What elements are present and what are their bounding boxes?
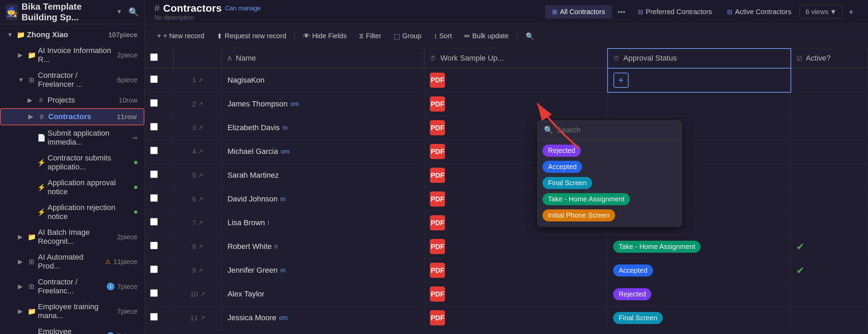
pdf-icon[interactable]: PDF: [430, 239, 445, 254]
pdf-icon[interactable]: PDF: [430, 168, 445, 183]
search-button[interactable]: 🔍: [520, 29, 540, 44]
pdf-icon[interactable]: PDF: [430, 263, 445, 278]
sidebar-item-ai-batch[interactable]: ▶ 📁 AI Batch Image Recognit... 2piece: [0, 225, 144, 249]
pdf-icon[interactable]: PDF: [430, 73, 445, 88]
pdf-icon[interactable]: PDF: [430, 191, 445, 207]
sidebar-item-ai-invoice[interactable]: ▶ 📁 AI Invoice Information R... 2piece: [0, 43, 144, 67]
expand-icon-ai-batch: ▶: [18, 233, 25, 241]
sidebar-item-submit-app[interactable]: 📄 Submit application immedia... ⇒: [0, 125, 144, 150]
row-expand-btn[interactable]: ↗: [198, 219, 203, 227]
row-expand-btn[interactable]: ↗: [198, 148, 203, 155]
row-checkbox[interactable]: [150, 265, 158, 273]
row-expand-btn[interactable]: ↗: [198, 243, 203, 250]
row-checkbox[interactable]: [150, 218, 158, 226]
row-expand-btn[interactable]: ↗: [198, 124, 203, 132]
row-checkbox[interactable]: [150, 242, 158, 249]
pdf-icon[interactable]: PDF: [430, 215, 445, 230]
sidebar-item-projects[interactable]: ▶ # Projects 10row: [0, 92, 144, 108]
sidebar-item-app-approval[interactable]: ⚡ Application approval notice: [0, 175, 144, 200]
can-manage-badge[interactable]: Can manage: [225, 5, 261, 12]
row-checkbox[interactable]: [150, 123, 158, 131]
top-search-icon[interactable]: 🔍: [128, 7, 139, 17]
row-checkbox[interactable]: [150, 170, 158, 178]
active-col-icon: ☑: [797, 55, 802, 62]
sidebar-item-contractor-freelanc2[interactable]: ▶ ⊞ Contractor / Freelanc... i 7piece: [0, 274, 144, 299]
row-name: Jessica Moore: [227, 313, 276, 322]
tab-more-btn[interactable]: •••: [613, 5, 630, 19]
row-approval-cell[interactable]: Take - Home Assignment: [608, 235, 791, 259]
row-active-cell: ✔: [791, 259, 868, 282]
sidebar-count-ai-batch: 2piece: [117, 233, 137, 241]
tab-all-contractors[interactable]: ⊞ All Contractors: [545, 5, 612, 19]
row-expand-btn[interactable]: ↗: [200, 290, 205, 298]
tab-preferred-contractors[interactable]: ⊟ Preferred Contractors: [631, 5, 719, 19]
row-checkbox[interactable]: [150, 147, 158, 154]
dropdown-option-rejected[interactable]: Rejected: [542, 145, 581, 157]
sidebar-label-et: Employee training mana...: [38, 302, 114, 320]
pdf-icon[interactable]: PDF: [430, 144, 445, 159]
share-icon-submit: ⇒: [132, 134, 137, 142]
row-expand-btn[interactable]: ↗: [198, 76, 203, 84]
dropdown-option-final-screen[interactable]: Final Screen: [542, 177, 592, 189]
sidebar-item-zhong-xiao[interactable]: ▼ 📁 Zhong Xiao 107piece: [0, 27, 144, 43]
row-checkbox[interactable]: [150, 313, 158, 321]
row-approval-cell[interactable]: Accepted: [608, 259, 791, 282]
dropdown-option-accepted[interactable]: Accepted: [542, 161, 582, 173]
eye-icon: 👁: [303, 32, 310, 40]
sidebar-item-employee-schedulin[interactable]: ▶ ⊞ Employee Schedulin... i 7piece: [0, 324, 144, 334]
row-approval-cell[interactable]: Final Screen: [608, 306, 791, 330]
row-name-link[interactable]: m: [280, 196, 286, 203]
row-name-link[interactable]: om: [279, 314, 288, 322]
row-checkbox[interactable]: [150, 75, 158, 83]
sidebar-item-ai-automated[interactable]: ▶ ⊞ AI Automated Prod... ⚠ 11piece: [0, 249, 144, 274]
col-header-active-label: Active?: [806, 54, 830, 62]
dropdown-option-initial-phone[interactable]: Initial Phone Screen: [542, 209, 615, 221]
row-approval-cell[interactable]: Rejected: [608, 282, 791, 306]
row-expand-btn[interactable]: ↗: [198, 195, 203, 203]
row-name-link[interactable]: m: [282, 124, 288, 132]
request-record-button[interactable]: ⬆ Request new record: [211, 29, 292, 44]
dropdown-option-take-home[interactable]: Take - Home Assignment: [542, 193, 630, 205]
table-row: 8 ↗ Robert White n PDFTake - Home Assign…: [145, 235, 868, 259]
select-all-checkbox[interactable]: [150, 53, 158, 61]
group-button[interactable]: ⬚ Group: [388, 29, 427, 44]
pdf-icon[interactable]: PDF: [430, 120, 445, 135]
app-title-chevron[interactable]: ▼: [116, 8, 122, 15]
row-approval-cell[interactable]: +: [608, 68, 791, 92]
row-expand-btn[interactable]: ↗: [198, 171, 203, 179]
new-record-button[interactable]: + + New record: [152, 29, 210, 43]
row-name-link[interactable]: l: [268, 219, 269, 227]
views-count-button[interactable]: 6 views ▼: [799, 5, 843, 19]
hide-fields-button[interactable]: 👁 Hide Fields: [298, 29, 352, 43]
sidebar-item-contractor-freelancer[interactable]: ▼ ⊞ Contractor / Freelancer ... 6piece: [0, 67, 144, 92]
row-number: 2: [192, 100, 196, 108]
row-name-link[interactable]: m: [280, 267, 286, 274]
add-status-button[interactable]: +: [613, 73, 629, 88]
dropdown-search-input[interactable]: [557, 126, 675, 135]
sidebar-item-app-rejection[interactable]: ⚡ Application rejection notice: [0, 200, 144, 225]
row-expand-btn[interactable]: ↗: [198, 267, 203, 274]
bolt-icon-aa: ⚡: [37, 183, 45, 191]
pdf-icon[interactable]: PDF: [430, 96, 445, 112]
row-approval-cell[interactable]: [608, 92, 791, 116]
sidebar-item-contractors[interactable]: ▶ # Contractors 11row: [0, 108, 144, 125]
sort-button[interactable]: ↕ Sort: [428, 29, 457, 43]
row-name-link[interactable]: om: [290, 101, 299, 108]
row-name-link[interactable]: n: [275, 243, 278, 250]
sidebar-item-contractor-submits[interactable]: ⚡ Contractor submits applicatio...: [0, 150, 144, 175]
row-checkbox[interactable]: [150, 194, 158, 202]
row-expand-btn[interactable]: ↗: [200, 314, 205, 322]
row-checkbox-cell: [145, 282, 174, 306]
add-view-button[interactable]: +: [844, 4, 858, 20]
tab-active-contractors[interactable]: ⊟ Active Contractors: [720, 5, 798, 19]
pdf-icon[interactable]: PDF: [430, 286, 445, 302]
row-checkbox[interactable]: [150, 289, 158, 297]
row-checkbox[interactable]: [150, 99, 158, 107]
row-name-cell: David Johnson m: [222, 187, 424, 211]
row-expand-btn[interactable]: ↗: [198, 100, 203, 108]
sidebar-item-employee-training[interactable]: ▶ 📁 Employee training mana... 7piece: [0, 299, 144, 324]
bulk-update-button[interactable]: ✏ Bulk update: [459, 29, 514, 44]
row-name-link[interactable]: om: [281, 148, 289, 155]
filter-button[interactable]: ⧖ Filter: [353, 29, 386, 43]
pdf-icon[interactable]: PDF: [430, 310, 445, 325]
